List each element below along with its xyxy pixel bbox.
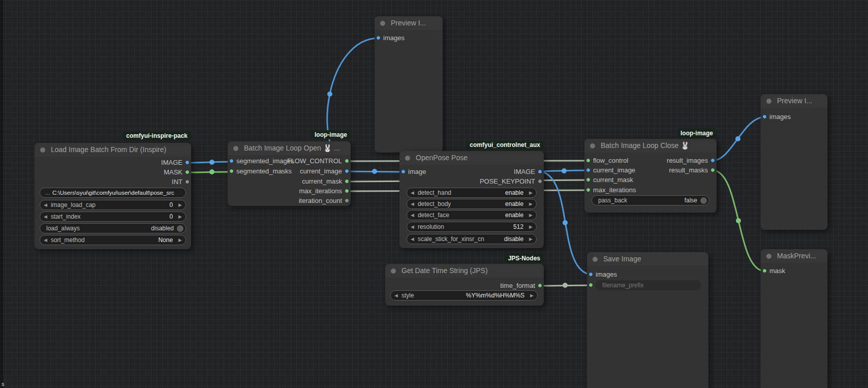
node-title-bar[interactable]: Preview I... [761,94,827,108]
node-openpose-pose[interactable]: OpenPose Pose image IMAGE POSE_KEYPOINT … [399,151,544,248]
node-graph-canvas[interactable]: comfyui-inspire-pack loop-image comfyui_… [0,0,868,388]
output-dot-current-mask[interactable] [345,179,349,184]
widget-image-load-cap[interactable]: image_load_cap 0 [40,200,186,210]
widget-sort-method[interactable]: sort_method None [40,235,186,245]
stepper-right-arrow-icon[interactable] [526,293,537,298]
node-mask-preview[interactable]: MaskPrevi... mask [761,249,827,388]
input-dot-max-iterations[interactable] [586,188,591,192]
node-load-image-batch[interactable]: Load Image Batch From Dir (Inspire) IMAG… [35,143,191,249]
stepper-right-arrow-icon[interactable] [525,236,536,242]
widget-label: filename_prefix [595,282,643,289]
node-title-bar[interactable]: Batch Image Loop Close 🐰 [584,139,717,153]
node-title-bar[interactable]: Batch Image Loop Open 🐰 ... [228,141,351,155]
widget-label: pass_back [592,197,627,204]
collapse-dot[interactable] [593,257,598,262]
output-dot-int[interactable] [185,180,190,184]
output-dot-result-masks[interactable] [710,168,715,172]
widget-scale-stick-for-xinsr-cn[interactable]: scale_stick_for_xinsr_cn disable [407,234,537,244]
stepper-left-arrow-icon[interactable] [391,293,401,298]
toggle-knob[interactable] [700,197,707,204]
node-title-bar[interactable]: Load Image Batch From Dir (Inspire) [35,143,191,157]
stepper-left-arrow-icon[interactable] [407,213,418,218]
output-dot-image[interactable] [538,169,542,174]
stepper-left-arrow-icon[interactable] [40,214,51,219]
node-title-bar[interactable]: Save Image [587,252,708,266]
node-get-date-time-string[interactable]: Get Date Time String (JPS) time_format s… [385,264,544,306]
stepper-right-arrow-icon[interactable] [525,190,536,195]
collapse-dot[interactable] [40,147,45,153]
input-dot-images[interactable] [588,272,593,277]
output-dot-mask[interactable] [185,170,190,174]
link-midpoint-dot [563,220,568,225]
stepper-left-arrow-icon[interactable] [407,190,418,195]
output-dot-iteration-count[interactable] [345,198,349,203]
corner-glyph: s [2,381,5,387]
input-dot-current-mask[interactable] [586,177,591,182]
node-preview-image-top[interactable]: Preview I... images [375,16,443,153]
widget-pass-back[interactable]: pass_back false [592,195,709,205]
node-preview-image-right[interactable]: Preview I... images [761,94,827,230]
widget-label: style [401,292,414,299]
widget-directory-path[interactable]: ... C:\Users\syui\git\comfyui\user\defau… [40,188,186,198]
collapse-dot[interactable] [391,268,396,274]
output-slot-flow-control: FLOW_CONTROL [228,157,351,166]
widget-detect-body[interactable]: detect_body enable [407,199,537,209]
output-dot-current-image[interactable] [345,169,349,173]
widget-value: disabled [149,225,176,232]
stepper-left-arrow-icon[interactable] [407,201,418,206]
toggle-knob[interactable] [177,225,183,232]
widget-value: %Y%m%d%H%M%S [464,292,526,299]
output-dot-image[interactable] [185,160,190,165]
widget-value: false [683,197,699,204]
node-title: Batch Image Loop Close 🐰 [601,141,690,150]
collapse-dot[interactable] [380,21,385,26]
collapse-dot[interactable] [233,146,238,151]
stepper-left-arrow-icon[interactable] [407,224,418,229]
input-dot-filename-prefix[interactable] [588,283,593,287]
output-dot-time-format[interactable] [538,283,542,288]
node-title-bar[interactable]: MaskPrevi... [761,249,827,263]
widget-start-index[interactable]: start_index 0 [40,212,186,222]
output-slot-time-format: time_format [385,281,544,290]
node-badge: JPS-Nodes [505,254,544,263]
node-batch-image-loop-close[interactable]: Batch Image Loop Close 🐰 flow_control re… [584,139,717,213]
node-save-image[interactable]: Save Image images filename_prefix [587,252,708,388]
widget-detect-face[interactable]: detect_face enable [407,210,537,220]
widget-style[interactable]: style %Y%m%d%H%M%S [390,290,538,301]
collapse-dot[interactable] [590,143,595,148]
node-badge: loop-image [677,129,717,138]
widget-filename-prefix[interactable]: filename_prefix [595,280,701,290]
input-dot-images[interactable] [762,114,767,119]
node-batch-image-loop-open[interactable]: Batch Image Loop Open 🐰 ... segmented_im… [228,141,351,206]
node-title-bar[interactable]: Get Date Time String (JPS) [385,264,544,278]
widget-load-always[interactable]: load_always disabled [40,223,186,233]
collapse-dot[interactable] [766,99,771,104]
collapse-dot[interactable] [766,254,771,259]
output-dot-result-images[interactable] [710,158,715,163]
stepper-left-arrow-icon[interactable] [40,202,51,207]
link-midpoint-dot [563,283,568,288]
input-dot-images[interactable] [376,36,381,40]
stepper-right-arrow-icon[interactable] [525,224,536,229]
output-dot-flow-control[interactable] [345,159,349,163]
node-title-bar[interactable]: OpenPose Pose [399,151,544,165]
output-dot-pose-keypoint[interactable] [538,179,542,184]
widget-resolution[interactable]: resolution 512 [407,222,537,232]
widget-detect-hand[interactable]: detect_hand enable [407,188,537,198]
stepper-right-arrow-icon[interactable] [175,214,185,219]
input-dot-mask[interactable] [762,268,767,273]
collapse-dot[interactable] [405,156,410,161]
node-title-bar[interactable]: Preview I... [375,16,443,30]
input-slot-images: images [375,34,443,43]
stepper-right-arrow-icon[interactable] [175,237,185,243]
stepper-right-arrow-icon[interactable] [525,201,536,206]
stepper-right-arrow-icon[interactable] [525,213,536,218]
stepper-right-arrow-icon[interactable] [175,202,185,207]
widget-label: image_load_cap [51,201,96,208]
stepper-left-arrow-icon[interactable] [407,236,418,242]
stepper-left-arrow-icon[interactable] [40,237,51,243]
output-slot-current-mask: current_mask [228,177,351,186]
node-title: Save Image [603,255,641,263]
output-dot-max-iterations[interactable] [345,189,349,193]
node-title: MaskPrevi... [777,252,816,260]
